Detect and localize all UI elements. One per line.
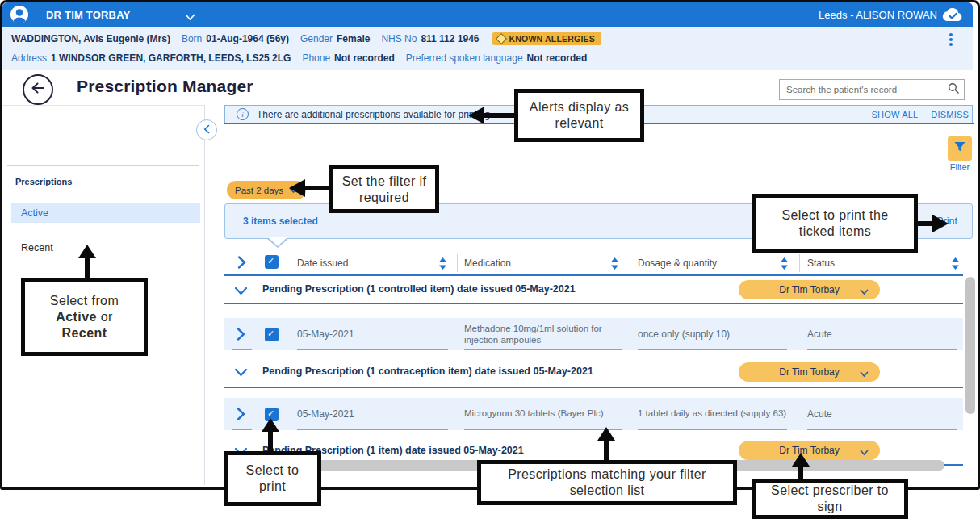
annotation-alerts: Alerts display as relevant — [514, 89, 644, 142]
kebab-menu-icon[interactable] — [945, 31, 957, 49]
chevron-down-icon[interactable] — [234, 366, 248, 381]
patient-name: WADDINGTON, Avis Eugenie (Mrs) — [11, 33, 170, 44]
known-allergies-badge[interactable]: KNOWN ALLERGIES — [492, 32, 601, 45]
arrow-left-icon — [31, 82, 45, 97]
gender-label: Gender — [300, 33, 333, 44]
sort-icon[interactable] — [951, 257, 960, 274]
sidebar-section-label: Prescriptions — [15, 177, 72, 186]
show-all-link[interactable]: SHOW ALL — [872, 110, 919, 119]
chevron-down-icon — [860, 447, 869, 458]
patient-address: 1 WINDSOR GREEN, GARFORTH, LEEDS, LS25 2… — [51, 52, 291, 64]
group-row-controlled[interactable]: Pending Prescription (1 controlled item)… — [224, 276, 963, 304]
prescriber-dropdown[interactable]: Dr Tim Torbay — [739, 362, 880, 382]
annotation-arrow-left — [468, 107, 484, 124]
cell-dosage: once only (supply 10) — [638, 328, 730, 340]
column-header-status[interactable]: Status — [807, 257, 835, 269]
patient-phone: Not recorded — [334, 52, 395, 64]
born-label: Born — [182, 33, 202, 44]
patient-dob: 01-Aug-1964 (56y) — [206, 33, 289, 44]
select-all-checkbox[interactable] — [265, 255, 279, 269]
expand-all-chevron-right-icon[interactable] — [237, 255, 247, 273]
chevron-left-icon — [203, 123, 210, 137]
dismiss-link[interactable]: DISMISS — [931, 110, 969, 119]
annotation-select-source: Select from Active or Recent — [21, 278, 148, 356]
sort-icon[interactable] — [610, 257, 619, 274]
current-user-name[interactable]: DR TIM TORBAY — [46, 9, 130, 21]
cell-status: Acute — [807, 328, 832, 340]
row-checkbox[interactable] — [265, 328, 279, 341]
cell-status: Acute — [807, 408, 832, 420]
phone-label: Phone — [302, 52, 330, 64]
sidebar-collapse-button[interactable] — [196, 119, 217, 140]
cell-date-issued: 05-May-2021 — [297, 328, 354, 340]
back-button[interactable] — [23, 74, 53, 105]
annotation-arrow-up — [792, 453, 810, 467]
language-label: Preferred spoken language — [406, 52, 523, 64]
annotation-arrow-up — [597, 427, 615, 441]
annotation-print-ticked: Select to print the ticked items — [752, 194, 918, 253]
nhs-label: NHS No — [381, 33, 417, 44]
funnel-icon — [953, 140, 966, 157]
annotation-prescriber-sign: Select prescriber to sign — [752, 479, 908, 519]
info-icon: i — [237, 108, 249, 120]
prescription-item-row[interactable]: 05-May-2021 Microgynon 30 tablets (Bayer… — [224, 398, 963, 430]
annotation-set-filter: Set the filter if required — [329, 165, 439, 213]
sort-icon[interactable] — [438, 257, 447, 274]
site-user-label: Leeds - ALISON ROWAN — [819, 9, 937, 21]
annotation-arrow-right — [932, 215, 949, 232]
address-label: Address — [11, 52, 47, 64]
column-header-date-issued[interactable]: Date issued — [297, 257, 348, 269]
annotation-filter-list: Prescriptions matching your filter selec… — [477, 460, 737, 505]
prescription-item-row[interactable]: 05-May-2021 Methadone 10mg/1ml solution … — [224, 318, 963, 350]
chevron-down-icon — [860, 287, 869, 298]
chevron-right-icon[interactable] — [236, 407, 246, 425]
group-title: Pending Prescription (1 controlled item)… — [262, 283, 576, 295]
chevron-right-icon[interactable] — [236, 327, 246, 345]
top-bar: DR TIM TORBAY Leeds - ALISON ROWAN — [2, 2, 973, 27]
sidebar-item-active[interactable]: Active — [11, 203, 200, 223]
cell-medication: Methadone 10mg/1ml solution for injectio… — [464, 323, 622, 346]
chevron-down-icon — [860, 369, 869, 380]
selected-count: 3 items selected — [243, 215, 318, 227]
group-row-contraception[interactable]: Pending Prescription (1 contraception it… — [224, 355, 963, 388]
annotation-select-to-print: Select to print — [224, 451, 321, 506]
prescriber-dropdown[interactable]: Dr Tim Torbay — [739, 280, 880, 299]
patient-record-search[interactable] — [779, 79, 965, 100]
sidebar-item-recent[interactable]: Recent — [11, 238, 200, 257]
patient-language: Not recorded — [527, 52, 588, 64]
filter-button-label: Filter — [948, 162, 972, 172]
sort-icon[interactable] — [780, 257, 789, 274]
annotation-arrow-up — [78, 245, 96, 258]
search-icon[interactable] — [948, 82, 959, 97]
user-menu-chevron-down-icon[interactable] — [185, 10, 195, 24]
patient-gender: Female — [337, 33, 370, 44]
column-header-medication[interactable]: Medication — [464, 257, 511, 269]
allergy-warning-icon — [495, 33, 506, 44]
column-header-dosage[interactable]: Dosage & quantity — [638, 257, 717, 269]
chevron-down-icon[interactable] — [234, 285, 248, 299]
cell-dosage: 1 tablet daily as directed (supply 63) — [638, 408, 786, 418]
screenshot-canvas: DR TIM TORBAY Leeds - ALISON ROWAN WADDI… — [0, 0, 980, 523]
annotation-arrow-up — [262, 418, 279, 432]
patient-banner: WADDINGTON, Avis Eugenie (Mrs) Born 01-A… — [2, 27, 973, 70]
cell-medication: Microgynon 30 tablets (Bayer Plc) — [464, 408, 626, 418]
cloud-sync-icon[interactable] — [942, 7, 963, 26]
patient-nhs-number: 811 112 1946 — [421, 33, 479, 44]
vertical-scrollbar[interactable] — [965, 277, 975, 414]
sidebar-divider — [7, 165, 199, 166]
cell-date-issued: 05-May-2021 — [297, 408, 354, 420]
page-title: Prescription Manager — [77, 77, 253, 96]
search-input[interactable] — [780, 85, 948, 94]
user-avatar-icon — [10, 5, 29, 24]
alert-message: There are additional prescriptions avail… — [257, 109, 490, 120]
filter-button[interactable] — [948, 136, 972, 161]
annotation-arrow-left — [289, 179, 305, 197]
group-title: Pending Prescription (1 contraception it… — [262, 366, 593, 377]
